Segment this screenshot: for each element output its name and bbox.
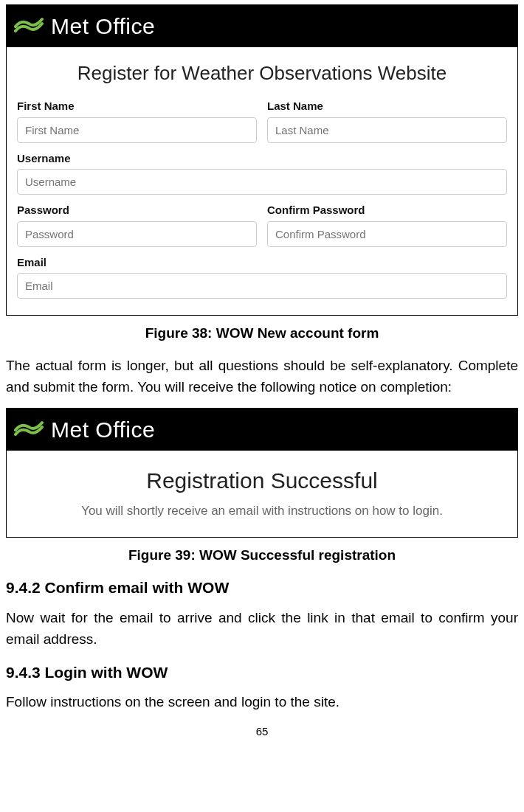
brand-text-2: Met Office <box>51 413 155 446</box>
section-942-body: Now wait for the email to arrive and cli… <box>6 607 518 650</box>
figure-39-box: Met Office Registration Successful You w… <box>6 408 518 538</box>
met-office-header-2: Met Office <box>7 409 517 451</box>
paragraph-form-explanation: The actual form is longer, but all quest… <box>6 355 518 398</box>
register-form-body: Register for Weather Observations Websit… <box>7 47 517 315</box>
registration-success-title: Registration Successful <box>14 464 510 497</box>
registration-success-subtitle: You will shortly receive an email with i… <box>14 502 510 521</box>
password-input[interactable] <box>17 221 257 247</box>
email-label: Email <box>17 254 507 271</box>
last-name-input[interactable] <box>267 117 507 143</box>
username-label: Username <box>17 150 507 167</box>
first-name-input[interactable] <box>17 117 257 143</box>
registration-success-body: Registration Successful You will shortly… <box>7 451 517 537</box>
brand-text: Met Office <box>51 10 155 43</box>
username-input[interactable] <box>17 169 507 195</box>
confirm-password-input[interactable] <box>267 221 507 247</box>
last-name-label: Last Name <box>267 98 507 115</box>
section-943-body: Follow instructions on the screen and lo… <box>6 691 518 712</box>
section-942-heading: 9.4.2 Confirm email with WOW <box>6 576 518 600</box>
email-input[interactable] <box>17 273 507 299</box>
confirm-password-label: Confirm Password <box>267 202 507 219</box>
met-office-logo-icon <box>14 16 44 37</box>
figure-39-caption: Figure 39: WOW Successful registration <box>6 545 518 566</box>
first-name-label: First Name <box>17 98 257 115</box>
figure-38-box: Met Office Register for Weather Observat… <box>6 4 518 316</box>
section-943-heading: 9.4.3 Login with WOW <box>6 661 518 684</box>
register-form-title: Register for Weather Observations Websit… <box>17 59 507 88</box>
page-number: 65 <box>6 723 518 740</box>
password-label: Password <box>17 202 257 219</box>
met-office-logo-icon <box>14 420 44 440</box>
figure-38-caption: Figure 38: WOW New account form <box>6 323 518 344</box>
met-office-header: Met Office <box>7 5 517 47</box>
